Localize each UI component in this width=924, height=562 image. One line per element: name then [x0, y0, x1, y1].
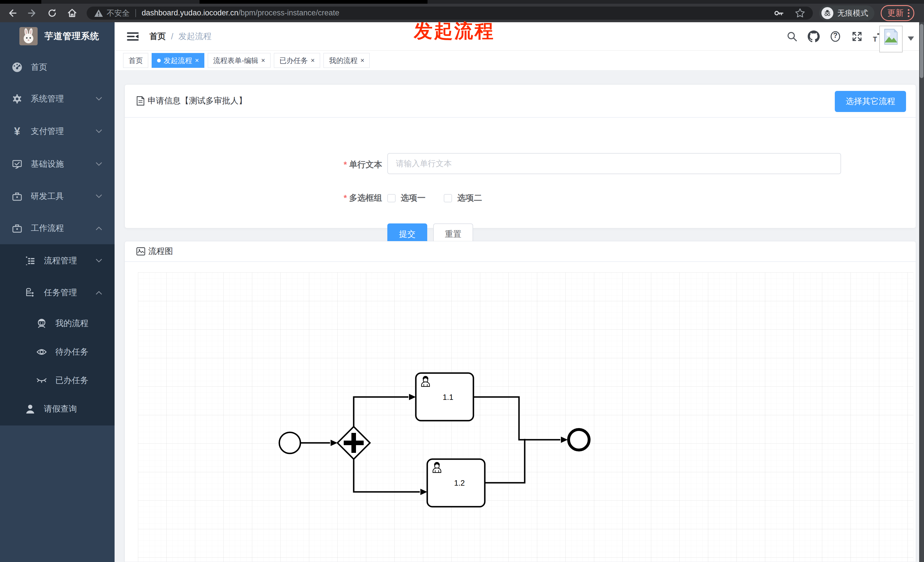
sidebar-item-label: 任务管理 [44, 287, 77, 298]
sidebar-fold-icon[interactable] [126, 31, 139, 42]
scrollbar-thumb[interactable] [920, 24, 923, 78]
close-icon[interactable]: × [195, 57, 199, 64]
url-bar[interactable]: 不安全 dashboard.yudao.iocoder.cn/bpm/proce… [87, 6, 813, 19]
single-line-text-input[interactable] [387, 153, 841, 174]
page-scrollbar[interactable] [919, 22, 924, 562]
task-label: 1.1 [442, 393, 453, 402]
logo-image [20, 27, 38, 45]
chevron-up-icon [96, 226, 102, 230]
image-icon [136, 247, 146, 256]
checkbox-option-1[interactable] [387, 194, 396, 202]
chevron-down-icon [96, 162, 102, 166]
user-task-node[interactable]: 1.1 [416, 373, 473, 421]
app-header: 首页 / 发起流程 ? TT [115, 22, 919, 51]
avatar-caret-icon[interactable] [908, 36, 914, 41]
chevron-down-icon [96, 129, 102, 133]
screen: 不安全 dashboard.yudao.iocoder.cn/bpm/proce… [0, 0, 924, 562]
sidebar-item-label: 我的流程 [55, 318, 88, 329]
home-button[interactable] [62, 6, 82, 19]
sidebar-item-label: 系统管理 [31, 93, 64, 105]
bookmark-star-icon[interactable] [795, 8, 806, 18]
eye-closed-icon [36, 376, 47, 385]
github-icon[interactable] [807, 30, 820, 43]
url-path: /bpm/process-instance/create [238, 9, 339, 17]
update-button[interactable]: 更新 [880, 5, 914, 21]
breadcrumb-separator: / [171, 32, 173, 41]
sidebar-item-done-tasks[interactable]: 已办任务 [0, 366, 115, 395]
chevron-down-icon [96, 97, 102, 101]
sidebar-logo[interactable]: 芋道管理系统 [0, 26, 115, 46]
close-icon[interactable]: × [360, 57, 364, 64]
briefcase-icon [11, 223, 23, 234]
sidebar-item-label: 流程管理 [44, 255, 77, 267]
key-icon[interactable] [774, 8, 784, 18]
fullscreen-icon[interactable] [851, 30, 863, 43]
bpmn-diagram: 1.1 1.2 [138, 273, 914, 562]
checkbox-group: 选项一 选项二 [387, 192, 482, 204]
diagram-card-header: 流程图 [125, 241, 916, 262]
apply-info-card: 申请信息【测试多审批人】 选择其它流程 *单行文本 *多选框组 选项一 选项二 [124, 84, 916, 228]
sidebar-item-leave-query[interactable]: 请假查询 [0, 395, 115, 423]
sidebar-item-my-process[interactable]: 我的流程 [0, 309, 115, 338]
tab-done-tasks[interactable]: 已办任务 × [274, 53, 320, 68]
breadcrumb-current: 发起流程 [178, 31, 212, 42]
url-domain: dashboard.yudao.iocoder.cn [142, 9, 238, 17]
search-icon[interactable] [786, 30, 798, 43]
chevron-down-icon [96, 259, 102, 263]
avatar[interactable] [879, 25, 903, 52]
choose-other-process-button[interactable]: 选择其它流程 [835, 91, 906, 112]
browser-tabstrip [0, 0, 924, 4]
tab-home[interactable]: 首页 [123, 53, 148, 68]
dashboard-icon [11, 62, 23, 73]
back-button[interactable] [2, 6, 22, 19]
diagram-card: 流程图 [124, 241, 916, 562]
apply-card-header: 申请信息【测试多审批人】 选择其它流程 [125, 85, 916, 118]
sidebar-item-process-mgmt[interactable]: 流程管理 [0, 247, 115, 275]
sidebar-item-payment[interactable]: ¥ 支付管理 [0, 116, 115, 147]
checkbox-label[interactable]: 选项二 [457, 193, 482, 202]
apply-card-title: 申请信息【测试多审批人】 [148, 95, 247, 106]
tab-start-process[interactable]: 发起流程 × [152, 53, 204, 68]
field-label-single-line: *单行文本 [285, 159, 382, 171]
bpmn-canvas[interactable]: 1.1 1.2 [138, 273, 914, 562]
checkbox-label[interactable]: 选项一 [401, 193, 426, 202]
gear-icon [11, 94, 23, 104]
forward-button[interactable] [22, 6, 42, 19]
required-mark: * [344, 193, 347, 202]
sidebar-item-label: 请假查询 [44, 403, 77, 415]
browser-menu-icon[interactable] [908, 9, 909, 17]
chevron-down-icon [96, 194, 102, 198]
sidebar-item-infrastructure[interactable]: 基础设施 [0, 149, 115, 180]
briefcase-icon [11, 191, 23, 201]
sidebar-item-devtools[interactable]: 研发工具 [0, 181, 115, 212]
sidebar-item-todo-tasks[interactable]: 待办任务 [0, 338, 115, 366]
sidebar-item-system[interactable]: 系统管理 [0, 84, 115, 114]
tab-my-process[interactable]: 我的流程 × [324, 53, 370, 68]
user-task-node[interactable]: 1.2 [427, 459, 485, 507]
close-icon[interactable]: × [310, 57, 315, 64]
parallel-gateway-node[interactable] [338, 427, 370, 459]
browser-tab-fragment [200, 0, 428, 4]
help-icon[interactable]: ? [829, 30, 842, 43]
document-icon [136, 96, 145, 106]
user-icon [24, 404, 36, 414]
start-event-node[interactable] [279, 432, 300, 453]
sidebar-item-task-mgmt[interactable]: 任务管理 [0, 279, 115, 307]
sidebar-item-label: 待办任务 [55, 346, 88, 358]
main-content: 申请信息【测试多审批人】 选择其它流程 *单行文本 *多选框组 选项一 选项二 [115, 70, 919, 562]
reload-button[interactable] [42, 6, 62, 19]
tag-bar: 首页 发起流程 × 流程表单-编辑 × 已办任务 × 我的流程 × [115, 51, 919, 70]
sidebar-item-workflow[interactable]: 工作流程 [0, 213, 115, 244]
end-event-node[interactable] [568, 430, 589, 450]
warning-icon [94, 9, 103, 17]
app-title: 芋道管理系统 [45, 30, 99, 42]
sidebar: 芋道管理系统 首页 系统管理 ¥ 支付管理 基 [0, 22, 115, 562]
breadcrumb-home[interactable]: 首页 [149, 31, 166, 42]
breadcrumb: 首页 / 发起流程 [149, 31, 212, 42]
incognito-badge: 无痕模式 [819, 5, 874, 21]
close-icon[interactable]: × [261, 57, 265, 64]
sidebar-item-label: 工作流程 [31, 223, 64, 234]
checkbox-option-2[interactable] [444, 194, 452, 202]
sidebar-item-home[interactable]: 首页 [0, 52, 115, 82]
tab-form-edit[interactable]: 流程表单-编辑 × [208, 53, 270, 68]
